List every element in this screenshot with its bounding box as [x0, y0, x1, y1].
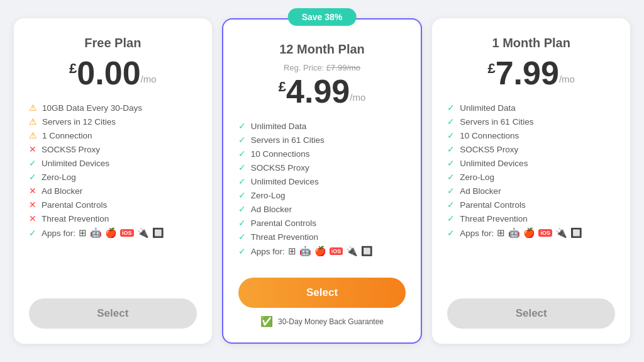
feature-text: Servers in 12 Cities — [42, 117, 116, 127]
price-row: £ 0.00 /mo — [29, 57, 197, 89]
price-period: /mo — [350, 92, 365, 103]
feature-text: Threat Prevention — [42, 214, 109, 223]
check-icon: ✓ — [447, 116, 455, 127]
select-button[interactable]: Select — [238, 278, 406, 308]
feature-item: ✓Zero-Log — [447, 170, 615, 184]
features-list: ⚠10GB Data Every 30-Days⚠Servers in 12 C… — [29, 101, 197, 280]
check-icon: ✓ — [447, 144, 455, 154]
feature-item: ✓Unlimited Devices — [238, 174, 406, 188]
warn-icon: ⚠ — [29, 103, 37, 113]
feature-text: Ad Blocker — [460, 186, 501, 196]
apple-icon: 🍎 — [314, 246, 326, 257]
windows-icon: ⊞ — [79, 227, 87, 239]
check-icon: ✓ — [29, 228, 36, 238]
save-badge: Save 38% — [288, 8, 357, 26]
select-button[interactable]: Select — [447, 298, 615, 329]
feature-item: ⚠10GB Data Every 30-Days — [29, 101, 197, 115]
feature-text: Ad Blocker — [251, 205, 292, 214]
check-icon: ✓ — [447, 186, 455, 196]
ios-icon: iOS — [120, 229, 134, 237]
price-row: £ 4.99 /mo — [238, 75, 406, 108]
windows-icon: ⊞ — [497, 227, 505, 239]
feature-item: ✓10 Connections — [238, 147, 406, 161]
feature-item: ✓Unlimited Data — [447, 101, 615, 115]
feature-text: Servers in 61 Cities — [251, 135, 325, 145]
check-icon: ✓ — [238, 176, 246, 186]
device-icon: 🔌 — [555, 227, 567, 239]
check-icon: ✓ — [447, 172, 455, 182]
check-icon: ✓ — [238, 232, 246, 242]
feature-item: ✓Ad Blocker — [238, 202, 406, 216]
check-icon: ✓ — [238, 190, 246, 200]
check-icon: ✓ — [447, 228, 455, 238]
price-period: /mo — [141, 74, 157, 84]
check-icon: ✓ — [238, 246, 246, 256]
check-icon: ✓ — [238, 162, 246, 173]
feature-item: ✓Threat Prevention — [238, 230, 406, 244]
windows-icon: ⊞ — [288, 246, 296, 257]
feature-item: ✕Ad Blocker — [29, 184, 197, 198]
warn-icon: ⚠ — [29, 116, 37, 127]
check-icon: ✓ — [238, 218, 246, 228]
feature-item: ✕Threat Prevention — [29, 212, 197, 225]
cross-icon: ✕ — [29, 200, 36, 210]
check-icon: ✓ — [238, 135, 246, 145]
feature-apps-item: ✓ Apps for: ⊞ 🤖 🍎 iOS 🔌 🔲 — [238, 244, 406, 259]
feature-text: Zero-Log — [251, 191, 286, 200]
feature-apps-item: ✓ Apps for: ⊞ 🤖 🍎 iOS 🔌 🔲 — [447, 225, 615, 240]
warn-icon: ⚠ — [29, 130, 37, 140]
feature-item: ✓10 Connections — [447, 128, 615, 142]
feature-text: 1 Connection — [42, 131, 92, 140]
feature-text: Unlimited Data — [251, 122, 307, 131]
money-back-text: 30-Day Money Back Guarantee — [278, 317, 384, 326]
feature-item: ✕Parental Controls — [29, 198, 197, 212]
price-currency: £ — [69, 62, 77, 76]
apps-row: Apps for: ⊞ 🤖 🍎 iOS 🔌 🔲 — [251, 246, 374, 257]
feature-apps-item: ✓ Apps for: ⊞ 🤖 🍎 iOS 🔌 🔲 — [29, 225, 197, 240]
price-amount: 0.00 — [77, 57, 140, 89]
feature-item: ⚠Servers in 12 Cities — [29, 115, 197, 128]
ios-icon: iOS — [538, 229, 552, 237]
android-icon: 🤖 — [90, 227, 102, 239]
cross-icon: ✕ — [29, 186, 36, 196]
price-period: /mo — [559, 74, 575, 84]
price-currency: £ — [487, 62, 495, 76]
feature-text: Threat Prevention — [460, 214, 527, 223]
price-row: £ 7.99 /mo — [447, 57, 615, 89]
feature-text: Unlimited Devices — [42, 159, 109, 168]
pricing-container: Free Plan £ 0.00 /mo ⚠10GB Data Every 30… — [14, 18, 630, 344]
plan-card-1month: 1 Month Plan £ 7.99 /mo ✓Unlimited Data✓… — [432, 18, 630, 344]
apps-row: Apps for: ⊞ 🤖 🍎 iOS 🔌 🔲 — [460, 227, 582, 239]
feature-item: ✓SOCKS5 Proxy — [447, 142, 615, 156]
feature-text: 10 Connections — [251, 149, 310, 159]
check-icon: ✓ — [447, 158, 455, 168]
apple-icon: 🍎 — [105, 227, 117, 239]
feature-text: Zero-Log — [460, 173, 494, 182]
feature-item: ✓Unlimited Devices — [29, 156, 197, 170]
features-list: ✓Unlimited Data✓Servers in 61 Cities✓10 … — [238, 119, 406, 259]
device-icon: 🔌 — [346, 246, 358, 257]
apple-icon: 🍎 — [523, 227, 535, 239]
feature-text: Parental Controls — [251, 218, 316, 228]
feature-item: ✓Parental Controls — [238, 216, 406, 230]
extension-icon: 🔲 — [152, 227, 164, 239]
check-icon: ✓ — [447, 213, 455, 223]
feature-item: ✕SOCKS5 Proxy — [29, 142, 197, 156]
extension-icon: 🔲 — [570, 227, 582, 239]
plan-title: 1 Month Plan — [447, 36, 615, 50]
select-button[interactable]: Select — [29, 298, 197, 329]
feature-text: Unlimited Devices — [460, 159, 528, 168]
price-currency: £ — [279, 80, 286, 94]
check-icon: ✓ — [447, 103, 455, 113]
feature-item: ✓Threat Prevention — [447, 212, 615, 225]
apps-label: Apps for: — [42, 229, 75, 238]
feature-text: 10GB Data Every 30-Days — [42, 103, 142, 113]
feature-item: ✓Servers in 61 Cities — [238, 133, 406, 147]
feature-text: Unlimited Devices — [251, 177, 319, 186]
feature-item: ⚠1 Connection — [29, 128, 197, 142]
check-icon: ✓ — [447, 200, 455, 210]
device-icon: 🔌 — [137, 227, 149, 239]
plan-card-free: Free Plan £ 0.00 /mo ⚠10GB Data Every 30… — [14, 18, 212, 344]
feature-text: Parental Controls — [42, 200, 107, 210]
feature-text: Ad Blocker — [42, 186, 82, 196]
